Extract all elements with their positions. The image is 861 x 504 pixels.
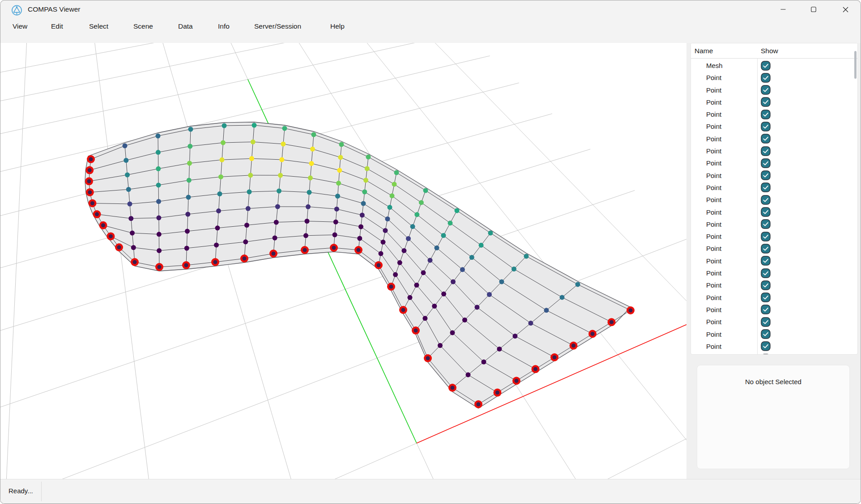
show-checkbox[interactable] [761,219,771,229]
tree-row-label: Point [706,206,721,218]
app-window: COMPAS Viewer ViewEditSelectSceneDataInf… [0,0,861,504]
show-checkbox[interactable] [761,134,771,144]
menu-item-edit[interactable]: Edit [51,18,63,35]
menu-item-select[interactable]: Select [89,18,108,35]
tree-row-label: Point [706,292,721,304]
tree-row-label: Point [706,267,721,279]
show-checkbox[interactable] [761,85,771,95]
viewport-canvas[interactable] [0,43,686,479]
tree-row-label: Point [706,96,721,108]
tree-row-label: Point [706,304,721,316]
menu-item-data[interactable]: Data [178,18,193,35]
menu-item-server-session[interactable]: Server/Session [254,18,301,35]
tree-row-point-19[interactable]: Point [691,292,857,304]
tree-row-label: Point [706,340,721,352]
tree-row-point-10[interactable]: Point [691,182,857,194]
tree-row-label: Point [706,255,721,267]
menu-item-view[interactable]: View [13,18,27,35]
tree-row-point-7[interactable]: Point [691,145,857,157]
tree-row-label: Point [706,108,721,120]
close-icon [843,7,848,13]
show-checkbox[interactable] [761,182,771,192]
tree-row-point-17[interactable]: Point [691,267,857,279]
tree-row-label: Point [706,230,721,242]
status-message: Ready... [9,479,33,504]
tree-row-point-3[interactable]: Point [691,96,857,108]
show-checkbox[interactable] [761,280,771,290]
tree-row-point-5[interactable]: Point [691,120,857,132]
status-bar: Ready... [0,479,861,504]
tree-row-point-13[interactable]: Point [691,218,857,230]
minimize-icon [780,7,786,12]
show-checkbox[interactable] [761,292,771,302]
menu-bar: ViewEditSelectSceneDataInfoServer/Sessio… [0,18,861,35]
tree-row-point-15[interactable]: Point [691,242,857,254]
show-checkbox[interactable] [761,170,771,180]
show-checkbox[interactable] [761,97,771,107]
show-checkbox[interactable] [761,146,771,156]
no-selection-message: No object Selected [697,378,849,385]
show-checkbox[interactable] [761,110,771,119]
tree-row-point-8[interactable]: Point [691,157,857,169]
tree-row-label: Point [706,194,721,206]
show-checkbox[interactable] [761,61,771,71]
tree-row-point-4[interactable]: Point [691,108,857,120]
show-checkbox[interactable] [761,305,771,314]
menu-item-scene[interactable]: Scene [133,18,153,35]
tree-row-point-16[interactable]: Point [691,255,857,267]
tree-row-label: Point [706,157,721,169]
tree-header-name: Name [695,43,713,59]
tree-row-label: Point [706,218,721,230]
show-checkbox[interactable] [761,73,771,83]
tree-row-point-23[interactable]: Point [691,340,857,352]
show-checkbox[interactable] [761,329,771,339]
tree-header-show: Show [761,43,778,59]
tree-scrollbar-thumb[interactable] [854,51,857,79]
tree-row-point-12[interactable]: Point [691,206,857,218]
show-checkbox[interactable] [761,244,771,254]
tree-row-point-21[interactable]: Point [691,316,857,328]
tree-row-point-22[interactable]: Point [691,328,857,340]
tree-row-point-24[interactable]: Point [691,352,857,355]
tree-row-point-9[interactable]: Point [691,169,857,182]
show-checkbox[interactable] [761,232,771,241]
tree-row-label: Mesh [706,59,723,72]
show-checkbox[interactable] [761,158,771,168]
object-inspector-panel: No object Selected [697,365,850,469]
tree-row-label: Point [706,72,721,84]
tree-row-list: MeshPointPointPointPointPointPointPointP… [691,59,857,355]
menu-item-info[interactable]: Info [218,18,230,35]
tree-row-label: Point [706,84,721,96]
show-checkbox[interactable] [761,256,771,266]
show-checkbox[interactable] [761,207,771,217]
tree-row-label: Point [706,352,721,355]
tree-row-point-11[interactable]: Point [691,194,857,206]
tree-row-point-20[interactable]: Point [691,304,857,316]
status-divider [41,482,42,501]
minimize-button[interactable] [773,0,793,18]
tree-row-label: Point [706,182,721,194]
tree-row-mesh-0[interactable]: Mesh [691,59,857,72]
tree-header: Name Show [691,43,857,59]
show-checkbox[interactable] [761,354,771,355]
window-title: COMPAS Viewer [28,0,80,18]
tree-row-point-1[interactable]: Point [691,72,857,84]
scene-tree-panel: Name Show MeshPointPointPointPointPointP… [691,43,858,355]
title-bar[interactable]: COMPAS Viewer [0,0,861,18]
tree-row-point-18[interactable]: Point [691,279,857,291]
show-checkbox[interactable] [761,341,771,351]
tree-row-point-6[interactable]: Point [691,133,857,145]
tree-row-point-14[interactable]: Point [691,230,857,242]
close-button[interactable] [835,0,856,18]
maximize-icon [811,7,816,12]
menu-item-help[interactable]: Help [330,18,345,35]
maximize-button[interactable] [803,0,824,18]
ground-grid [0,43,686,479]
tree-row-point-2[interactable]: Point [691,84,857,96]
show-checkbox[interactable] [761,195,771,205]
tree-row-label: Point [706,133,721,145]
show-checkbox[interactable] [761,317,771,327]
show-checkbox[interactable] [761,268,771,278]
show-checkbox[interactable] [761,122,771,131]
tree-row-label: Point [706,316,721,328]
